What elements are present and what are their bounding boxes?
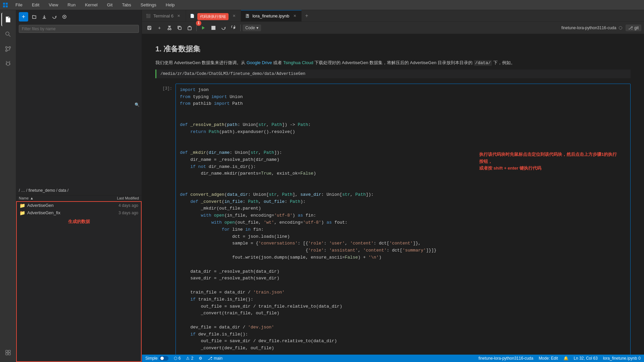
error-count[interactable]: ⬡ 6 — [174, 356, 181, 361]
error-number: 6 — [179, 356, 181, 361]
kernel-status-item[interactable]: finetune-lora-python3116-cuda — [479, 356, 533, 361]
svg-rect-24 — [148, 28, 150, 30]
git-label: git — [634, 26, 639, 30]
simple-toggle[interactable] — [159, 356, 168, 361]
menu-file[interactable]: File — [13, 2, 24, 8]
svg-rect-3 — [6, 5, 8, 7]
kernel-info: finetune-lora-python3116-cuda — [559, 26, 625, 30]
menu-kernel[interactable]: Kernel — [83, 2, 100, 8]
add-cell-button[interactable]: + — [155, 23, 164, 33]
settings-icon: ⚙ — [199, 356, 202, 361]
simple-mode-item[interactable]: Simple — [145, 356, 168, 361]
tab-notebook-label: lora_finetune.ipynb — [252, 13, 289, 18]
code-content: import json from typing import Union fro… — [176, 84, 630, 355]
new-file-button[interactable]: + — [19, 12, 28, 21]
simple-label: Simple — [145, 356, 158, 361]
toolbar-separator2 — [240, 25, 241, 31]
branch-icon: ⎇ — [208, 356, 212, 361]
cell-number: [3]: — [162, 86, 172, 91]
menu-git[interactable]: Git — [105, 2, 115, 8]
cut-button[interactable] — [165, 23, 174, 33]
move-down-btn[interactable]: ↓ — [595, 85, 603, 93]
refresh-button[interactable] — [50, 13, 58, 21]
svg-rect-0 — [3, 3, 5, 5]
move-up-btn[interactable]: ↑ — [587, 85, 594, 93]
tab-notebook[interactable]: 📓 lora_finetune.ipynb ✕ — [241, 10, 302, 21]
cell-type-dropdown[interactable]: Code ▾ — [243, 25, 261, 31]
folder-icon: 📁 — [19, 203, 25, 208]
svg-rect-16 — [8, 350, 10, 352]
error-count-badge: 0 — [638, 356, 641, 361]
menu-run[interactable]: Run — [65, 2, 78, 8]
ln-col-text: Ln 32, Col 63 — [574, 356, 598, 361]
svg-rect-2 — [3, 5, 5, 7]
file-item-advertise-gen-fix[interactable]: 📁 AdvertiseGen_fix 3 days ago — [17, 209, 141, 217]
svg-rect-32 — [188, 27, 191, 30]
delete-cell-btn[interactable]: 🗑 — [622, 85, 629, 93]
copy-cell-btn[interactable]: ⧉ — [578, 85, 585, 93]
error-icon: ⬡ — [174, 356, 177, 361]
main-content: ⬛ Terminal 6 ✕ 📄 requirements.txt ✕ 📓 lo… — [142, 10, 644, 362]
git-button[interactable]: ⎇ git — [626, 25, 641, 31]
mode-label: Mode: Edit — [539, 356, 558, 361]
google-drive-link[interactable]: Google Drive — [247, 60, 272, 65]
save-button[interactable] — [145, 23, 154, 33]
upload-button[interactable] — [60, 13, 68, 21]
menu-edit[interactable]: Edit — [30, 2, 41, 8]
activity-source-control[interactable] — [1, 42, 15, 56]
file-date: 3 days ago — [111, 211, 138, 215]
add-below-btn[interactable]: ⊕ — [604, 85, 611, 93]
cell-body[interactable]: ⧉ ↑ ↓ ⊕ — 🗑 import json from typing impo… — [176, 84, 631, 355]
settings-item[interactable]: ⚙ — [199, 356, 202, 361]
tab-terminal6-icon: ⬛ — [146, 14, 151, 18]
menu-settings[interactable]: Settings — [139, 2, 158, 8]
menu-view[interactable]: View — [47, 2, 60, 8]
activity-extensions[interactable] — [1, 346, 15, 359]
tab-terminal6-label: Terminal 6 — [153, 13, 174, 18]
run-badge: 1 — [196, 20, 201, 26]
menu-tabs[interactable]: Tabs — [120, 2, 133, 8]
notebook-toolbar: + — [142, 22, 644, 34]
branch-item[interactable]: ⎇ main — [208, 356, 222, 361]
warning-count[interactable]: ⚠ 2 — [186, 356, 193, 361]
svg-line-6 — [9, 35, 10, 37]
activity-bar-bottom — [1, 346, 15, 362]
open-file-button[interactable] — [30, 13, 38, 21]
download-button[interactable] — [40, 13, 48, 21]
tab-add-button[interactable]: + — [302, 10, 312, 21]
bell-item[interactable]: 🔔 — [563, 356, 568, 361]
tab-notebook-close[interactable]: ✕ — [292, 13, 297, 19]
file-status-item[interactable]: lora_finetune.ipynb 0 — [603, 356, 641, 361]
path-example-block: /media/zr/Data/Code/ChatGLM3/finetune_de… — [155, 70, 631, 78]
sidebar-toolbar: + — [16, 10, 142, 24]
restart-button[interactable] — [219, 23, 228, 33]
tab-terminal6[interactable]: ⬛ Terminal 6 ✕ — [142, 10, 186, 21]
mode-item[interactable]: Mode: Edit — [539, 356, 558, 361]
tab-requirements-close[interactable]: ✕ — [231, 13, 237, 18]
menu-bar: File Edit View Run Kernel Git Tabs Setti… — [0, 0, 644, 10]
search-icon: 🔍 — [135, 102, 140, 107]
activity-files[interactable] — [1, 13, 15, 26]
path-inline: /data/ — [474, 60, 492, 66]
status-bar: Simple ⬡ 6 ⚠ 2 ⚙ ⎇ main fi — [142, 355, 644, 362]
file-item-advertise-gen[interactable]: 📁 AdvertiseGen 4 days ago — [17, 202, 141, 209]
notebook-content: 1. 准备数据集 我们使用 AdvertiseGen 数据集来进行微调。从 Go… — [142, 34, 644, 355]
cell-gutter: [3]: — [155, 84, 176, 355]
tsinghua-cloud-link[interactable]: Tsinghua Cloud — [283, 60, 313, 65]
interrupt-button[interactable] — [209, 23, 218, 33]
annotation-container: 执行该代码块时先鼠标点击定位到该代码块，然后点击上方步骤1的执行按钮， 或者按 … — [479, 151, 620, 172]
file-search-input[interactable] — [19, 25, 139, 33]
restart-run-all-button[interactable] — [229, 23, 238, 33]
col-name-header[interactable]: Name ▲ — [19, 196, 105, 200]
tab-terminal6-close[interactable]: ✕ — [176, 13, 182, 18]
menu-help[interactable]: Help — [164, 2, 177, 8]
activity-debug[interactable] — [1, 57, 15, 71]
ln-col-item[interactable]: Ln 32, Col 63 — [574, 356, 598, 361]
svg-rect-25 — [148, 26, 150, 27]
svg-point-7 — [5, 47, 7, 48]
paste-button[interactable] — [185, 23, 194, 33]
activity-search[interactable] — [1, 28, 15, 41]
clear-btn[interactable]: — — [613, 85, 620, 93]
run-cell-button[interactable]: 1 代码块执行按钮 — [199, 23, 208, 33]
copy-button[interactable] — [175, 23, 184, 33]
